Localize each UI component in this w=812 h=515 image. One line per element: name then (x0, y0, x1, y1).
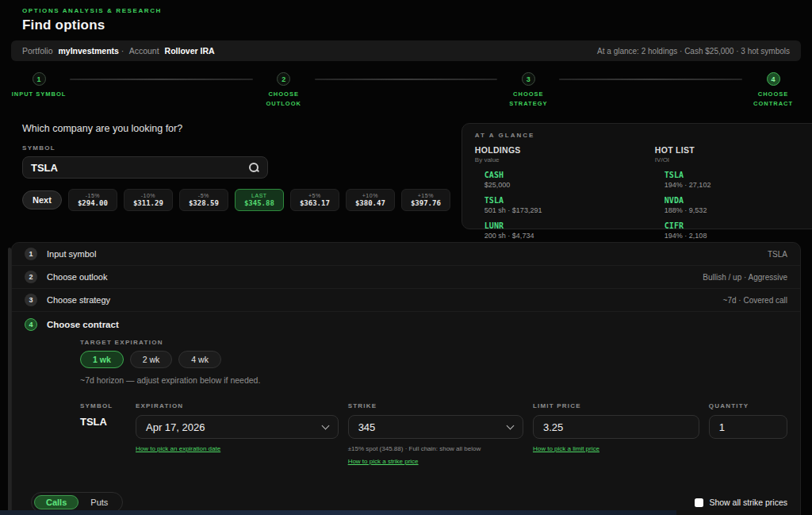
price-chip-value: $345.88 (244, 199, 274, 207)
show-all-checkbox[interactable] (695, 498, 703, 507)
row-title: Choose contract (47, 320, 119, 329)
step-label: INPUT SYMBOL (8, 90, 70, 99)
accordion-row-input-symbol[interactable]: 1 Input symbol TSLA (12, 243, 800, 266)
context-separator: · (121, 46, 124, 56)
tab-calls[interactable]: Calls (34, 495, 79, 509)
price-chip-value: $397.76 (411, 199, 441, 207)
row-number-badge: 1 (25, 248, 37, 260)
context-bar: Portfolio myInvestments · Account Rollov… (11, 40, 801, 61)
price-chip-plus-10[interactable]: +10% $380.47 (346, 189, 395, 211)
tab-puts[interactable]: Puts (79, 495, 120, 509)
at-a-glance-panel: AT A GLANCE HOLDINGS By value CASH $25,0… (462, 123, 812, 229)
field-label: EXPIRATION (136, 402, 339, 409)
strike-note: ±15% spot (345.88) · Full chain: show al… (348, 445, 523, 452)
account-name: Rollover IRA (165, 46, 215, 56)
field-label: SYMBOL (80, 402, 126, 409)
symbol-search-input[interactable]: TSLA (22, 156, 268, 179)
step-number-badge: 3 (522, 72, 535, 86)
expiration-chip-1wk[interactable]: 1 wk (80, 351, 124, 368)
price-chip-value: $363.17 (300, 199, 330, 207)
glance-summary: At a glance: 2 holdings · Cash $25,000 ·… (597, 47, 790, 56)
holding-item-tsla: TSLA 501 sh · $173,291 (475, 196, 655, 214)
price-chip-label: -15% (86, 193, 100, 198)
chevron-down-icon (321, 421, 329, 429)
stepper-step-choose-contract[interactable]: 4 CHOOSE CONTRACT (742, 72, 804, 109)
symbol-field-label: SYMBOL (22, 144, 450, 152)
hot-list-title: HOT LIST (655, 145, 812, 155)
price-chip-label: -10% (141, 193, 155, 198)
stepper-step-choose-strategy[interactable]: 3 CHOOSE STRATEGY (497, 72, 559, 109)
price-chip-label: LAST (251, 193, 267, 198)
price-chip-label: +15% (418, 193, 434, 198)
row-number-badge: 4 (25, 318, 37, 331)
holding-item-lunr: LUNR 200 sh · $4,734 (475, 221, 655, 240)
step-label: CHOOSE CONTRACT (742, 90, 804, 109)
progress-stepper: 1 INPUT SYMBOL 2 CHOOSE OUTLOOK 3 CHOOSE… (8, 72, 804, 109)
expiration-chip-4wk[interactable]: 4 wk (178, 351, 221, 368)
holdings-subtitle: By value (475, 156, 655, 163)
quantity-input[interactable]: 1 (709, 415, 787, 439)
search-icon[interactable] (248, 162, 259, 173)
target-expiration-label: TARGET EXPIRATION (80, 339, 787, 346)
price-chip-label: -5% (198, 193, 209, 198)
price-chip-value: $294.00 (78, 199, 108, 207)
hot-detail: 194% · 2,108 (665, 232, 812, 240)
hot-item-cifr: CIFR 194% · 2,108 (655, 221, 812, 240)
accordion-row-choose-strategy[interactable]: 3 Choose strategy ~7d · Covered call (12, 289, 800, 312)
expiration-select-value: Apr 17, 2026 (146, 421, 323, 433)
stepper-step-input-symbol[interactable]: 1 INPUT SYMBOL (8, 72, 70, 99)
hot-symbol: NVDA (665, 196, 812, 205)
account-label: Account (129, 46, 159, 56)
bottom-window-edge (0, 510, 676, 515)
expiration-select[interactable]: Apr 17, 2026 (136, 415, 339, 439)
next-button[interactable]: Next (22, 190, 62, 209)
hot-item-nvda: NVDA 188% · 9,532 (655, 196, 812, 214)
accordion-row-choose-contract[interactable]: 4 Choose contract (12, 312, 800, 337)
hot-list-subtitle: IV/OI (655, 156, 812, 163)
portfolio-account-context: Portfolio myInvestments · Account Rollov… (22, 46, 215, 56)
hot-symbol: CIFR (665, 221, 812, 230)
price-chip-value: $328.59 (189, 199, 219, 207)
contract-symbol-value: TSLA (80, 416, 126, 428)
stepper-step-choose-outlook[interactable]: 2 CHOOSE OUTLOOK (253, 72, 315, 109)
row-number-badge: 3 (25, 294, 37, 306)
strike-help-link[interactable]: How to pick a strike price (348, 458, 419, 465)
price-chip-minus-5[interactable]: -5% $328.59 (179, 189, 228, 211)
holding-detail: 200 sh · $4,734 (485, 232, 655, 240)
holding-item-cash: CASH $25,000 (475, 171, 655, 189)
page-header: OPTIONS ANALYSIS & RESEARCH Find options (0, 0, 812, 33)
expiration-field: EXPIRATION Apr 17, 2026 How to pick an e… (136, 402, 339, 467)
price-chip-minus-10[interactable]: -10% $311.29 (124, 189, 173, 211)
holding-symbol: TSLA (485, 196, 655, 205)
price-chip-plus-5[interactable]: +5% $363.17 (290, 189, 339, 211)
row-number-badge: 2 (25, 271, 37, 283)
quantity-value: 1 (719, 421, 725, 433)
price-chip-plus-15[interactable]: +15% $397.76 (401, 189, 450, 211)
strike-select-value: 345 (358, 421, 508, 433)
hot-list-column: HOT LIST IV/OI TSLA 194% · 27,102 NVDA 1… (655, 145, 812, 240)
expiration-chip-2wk[interactable]: 2 wk (130, 351, 173, 368)
price-chip-last[interactable]: LAST $345.88 (235, 189, 284, 211)
choose-contract-panel: TARGET EXPIRATION 1 wk 2 wk 4 wk ~7d hor… (12, 337, 800, 478)
price-chip-label: +10% (362, 193, 378, 198)
strike-field: STRIKE 345 ±15% spot (345.88) · Full cha… (348, 402, 523, 467)
glance-panel-title: AT A GLANCE (475, 132, 812, 139)
accordion-row-choose-outlook[interactable]: 2 Choose outlook Bullish / up · Aggressi… (12, 266, 800, 289)
limit-price-help-link[interactable]: How to pick a limit price (533, 445, 599, 452)
expiration-help-link[interactable]: How to pick an expiration date (136, 445, 220, 452)
price-chip-minus-15[interactable]: -15% $294.00 (68, 189, 117, 211)
quantity-field: QUANTITY 1 (709, 402, 787, 467)
row-title: Choose outlook (47, 272, 107, 282)
row-title: Choose strategy (47, 295, 110, 305)
holdings-column: HOLDINGS By value CASH $25,000 TSLA 501 … (475, 145, 655, 240)
limit-price-input[interactable]: 3.25 (533, 415, 699, 439)
strike-select[interactable]: 345 (348, 415, 523, 439)
limit-price-value: 3.25 (543, 421, 563, 433)
hot-detail: 188% · 9,532 (665, 206, 812, 214)
portfolio-name: myInvestments (58, 46, 118, 56)
limit-price-field: LIMIT PRICE 3.25 How to pick a limit pri… (533, 402, 699, 467)
portfolio-label: Portfolio (22, 46, 53, 56)
holding-symbol: LUNR (485, 221, 655, 230)
hot-item-tsla: TSLA 194% · 27,102 (655, 171, 812, 189)
left-scroll-rail[interactable] (8, 248, 11, 515)
